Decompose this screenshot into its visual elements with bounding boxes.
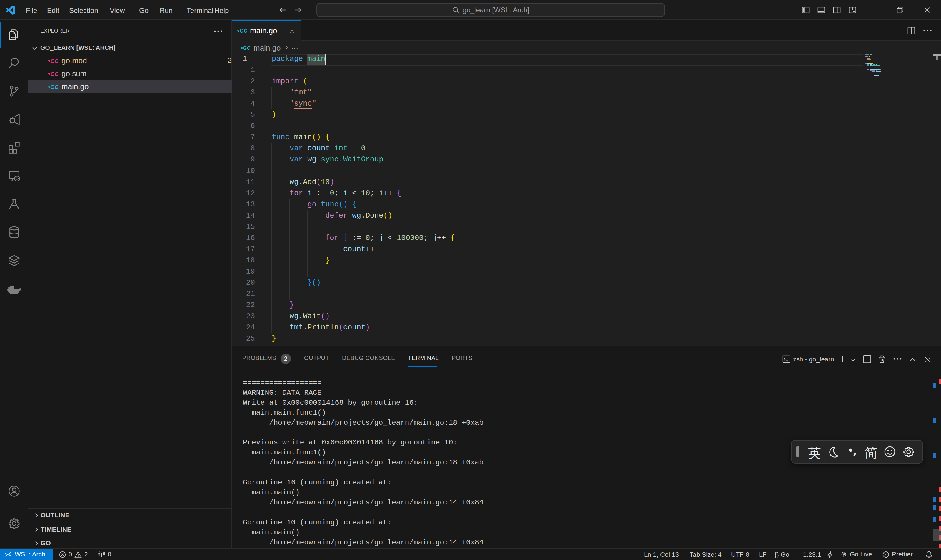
svg-text:GO: GO — [51, 58, 58, 64]
svg-text:GO: GO — [51, 71, 58, 77]
svg-text:GO: GO — [51, 84, 58, 90]
svg-text:GO: GO — [240, 28, 248, 34]
svg-text:GO: GO — [243, 45, 250, 51]
